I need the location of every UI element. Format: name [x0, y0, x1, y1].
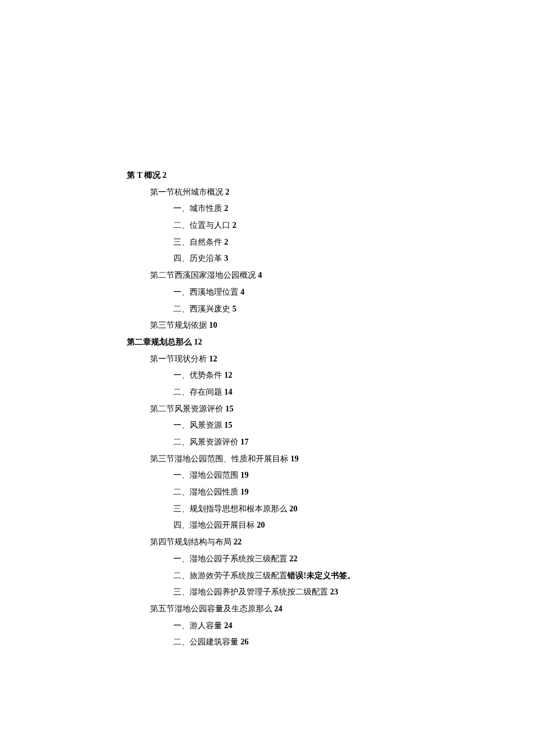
toc-entry-page: 24	[224, 621, 233, 630]
toc-entry-text: 三、湿地公园养护及管理子系统按二级配置	[173, 587, 330, 596]
toc-entry-page: 3	[224, 254, 229, 263]
toc-entry: 一、湿地公园子系统按三级配置 22	[173, 551, 535, 568]
toc-entry-text: 四、湿地公园开展目标	[173, 521, 257, 529]
toc-entry-text: 一、湿地公园范围	[173, 471, 241, 479]
toc-entry-page: 22	[290, 554, 298, 563]
toc-entry-page: 2	[163, 171, 167, 180]
toc-entry-text: 第四节规划结构与布局	[150, 538, 234, 546]
toc-entry-page: 20	[290, 504, 298, 513]
toc-entry: 一、优势条件 12	[173, 367, 535, 384]
toc-entry-text: 二、湿地公园性质	[173, 488, 241, 496]
toc-entry-text: 一、湿地公园子系统按三级配置	[173, 554, 290, 563]
toc-entry: 二、风景资源评价 17	[173, 434, 535, 451]
table-of-contents: 第 T 楖况 2第一节杭州城市概况 2一、城市性质 2二、位置与人口 2三、自然…	[127, 167, 535, 651]
toc-entry-page: 2	[233, 221, 237, 230]
toc-entry: 第二节风景资源评价 15	[150, 401, 535, 418]
toc-entry: 第一节现状分析 12	[150, 351, 535, 368]
toc-entry: 二、位置与人口 2	[173, 217, 535, 234]
toc-entry-text: 第二章规划总那么	[127, 338, 194, 346]
toc-entry-page: 15	[224, 421, 233, 429]
toc-entry-page: 4	[258, 271, 262, 280]
toc-entry-page: 26	[241, 637, 249, 646]
toc-entry: 一、游人容量 24	[173, 618, 535, 635]
toc-entry-text: 四、历史沿革	[173, 254, 224, 263]
toc-entry: 二、旅游效劳子系统按三级配置错误!未定义书签。	[173, 568, 535, 585]
toc-entry: 第二节西溪国家湿地公园概况 4	[150, 267, 535, 284]
toc-entry-page: 17	[241, 438, 249, 446]
toc-entry-text: 二、存在间题	[173, 388, 224, 396]
toc-entry: 一、风景资源 15	[173, 417, 535, 434]
toc-entry-text: 二、风景资源评价	[173, 438, 241, 446]
toc-entry-text: 第 T 楖况	[127, 171, 163, 180]
toc-entry-text: 一、优势条件	[173, 371, 224, 379]
toc-entry: 第三节湿地公园范围、性质和开展目标 19	[150, 451, 535, 468]
toc-entry-text: 一、风景资源	[173, 421, 224, 429]
toc-entry: 二、湿地公园性质 19	[173, 484, 535, 501]
toc-entry-page: 2	[224, 204, 229, 213]
toc-entry-page: 12	[224, 371, 233, 379]
toc-entry-page: 5	[233, 304, 237, 313]
toc-entry-text: 第一节现状分析	[150, 354, 209, 363]
toc-entry-error: 错误!未定义书签。	[287, 571, 355, 580]
toc-entry-text: 第一节杭州城市概况	[150, 188, 226, 196]
toc-entry-page: 23	[330, 587, 338, 596]
toc-entry-text: 第二节西溪国家湿地公园概况	[150, 271, 258, 280]
toc-entry-text: 第二节风景资源评价	[150, 404, 226, 413]
toc-entry-page: 20	[257, 521, 265, 529]
toc-entry: 一、城市性质 2	[173, 200, 535, 217]
toc-entry-page: 2	[224, 238, 229, 246]
toc-entry-page: 14	[224, 388, 233, 396]
toc-entry-text: 一、西溪地理位置	[173, 288, 241, 296]
toc-entry-page: 19	[291, 454, 299, 463]
toc-entry-text: 一、游人容量	[173, 621, 224, 630]
toc-entry-page: 19	[241, 471, 249, 479]
toc-entry-page: 19	[241, 488, 249, 496]
toc-entry: 二、存在间题 14	[173, 384, 535, 401]
toc-entry-text: 第五节湿地公园容量及生态原那么	[150, 604, 274, 613]
toc-entry: 第一节杭州城市概况 2	[150, 184, 535, 201]
toc-entry: 第二章规划总那么 12	[127, 334, 535, 351]
toc-entry: 三、自然条件 2	[173, 234, 535, 251]
toc-entry-page: 4	[241, 288, 245, 296]
toc-entry-text: 三、自然条件	[173, 238, 224, 246]
toc-entry: 一、西溪地理位置 4	[173, 284, 535, 301]
toc-entry-page: 15	[226, 404, 234, 413]
toc-entry: 第三节规划依据 10	[150, 317, 535, 334]
toc-entry-text: 二、公园建筑容量	[173, 637, 241, 646]
toc-entry-page: 22	[234, 538, 242, 546]
toc-entry-text: 第三节湿地公园范围、性质和开展目标	[150, 454, 291, 463]
toc-entry-text: 二、位置与人口	[173, 221, 233, 230]
toc-entry: 三、规划指导思想和根本原那么 20	[173, 501, 535, 518]
toc-entry-text: 一、城市性质	[173, 204, 224, 213]
toc-entry: 二、公园建筑容量 26	[173, 634, 535, 651]
toc-entry: 第四节规划结构与布局 22	[150, 534, 535, 551]
toc-entry: 四、历史沿革 3	[173, 250, 535, 267]
toc-entry-text: 二、西溪兴废史	[173, 304, 233, 313]
toc-entry: 四、湿地公园开展目标 20	[173, 517, 535, 534]
toc-entry-page: 12	[209, 354, 217, 363]
toc-entry-text: 第三节规划依据	[150, 321, 209, 329]
toc-entry: 第 T 楖况 2	[127, 167, 535, 184]
toc-entry-page: 24	[274, 604, 283, 613]
toc-entry-text: 三、规划指导思想和根本原那么	[173, 504, 290, 513]
toc-entry-page: 2	[226, 188, 230, 196]
toc-entry: 三、湿地公园养护及管理子系统按二级配置 23	[173, 584, 535, 601]
toc-entry-page: 12	[194, 338, 202, 346]
toc-entry: 一、湿地公园范围 19	[173, 467, 535, 484]
toc-entry: 第五节湿地公园容量及生态原那么 24	[150, 601, 535, 618]
toc-entry: 二、西溪兴废史 5	[173, 301, 535, 318]
toc-entry-page: 10	[209, 321, 217, 329]
toc-entry-text: 二、旅游效劳子系统按三级配置	[173, 571, 287, 580]
